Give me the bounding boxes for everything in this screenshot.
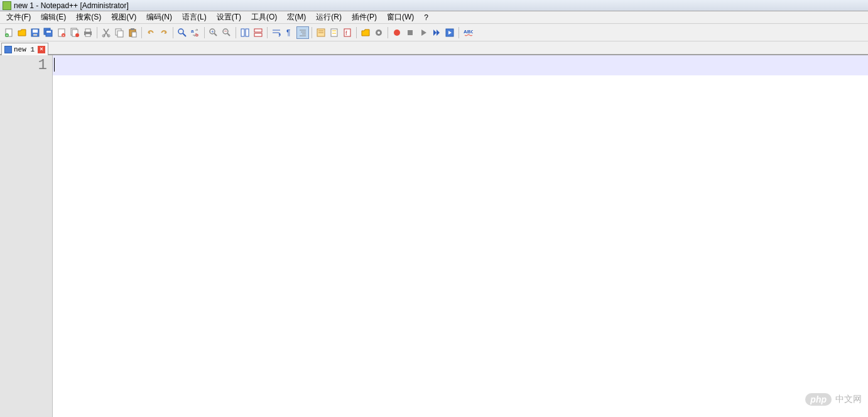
svg-rect-16 xyxy=(85,29,90,32)
menu-help[interactable]: ? xyxy=(419,12,433,23)
menu-settings[interactable]: 设置(T) xyxy=(212,11,246,24)
paste-button[interactable] xyxy=(126,26,139,39)
user-define-button[interactable] xyxy=(315,26,327,39)
cut-button[interactable] xyxy=(100,26,112,39)
svg-rect-48 xyxy=(332,30,336,31)
close-all-button[interactable] xyxy=(68,26,81,39)
toolbar-separator xyxy=(388,27,388,38)
toolbar-separator xyxy=(236,27,236,38)
svg-rect-49 xyxy=(332,33,336,34)
tab-close-button[interactable]: × xyxy=(38,46,45,53)
toolbar-separator xyxy=(267,27,268,38)
replace-button[interactable]: ab xyxy=(189,26,202,39)
menu-tools[interactable]: 工具(O) xyxy=(246,11,282,24)
text-editor[interactable] xyxy=(53,55,868,417)
svg-line-30 xyxy=(214,33,217,36)
svg-line-33 xyxy=(227,33,230,36)
app-icon xyxy=(3,1,11,10)
svg-point-14 xyxy=(75,33,79,37)
record-macro-button[interactable] xyxy=(391,26,403,39)
save-all-button[interactable] xyxy=(42,26,55,39)
sync-vertical-button[interactable] xyxy=(239,26,251,39)
sync-horizontal-button[interactable] xyxy=(252,26,264,39)
svg-text:×: × xyxy=(62,33,65,38)
menu-view[interactable]: 视图(V) xyxy=(106,11,141,24)
svg-rect-8 xyxy=(46,31,51,33)
watermark: php 中文网 xyxy=(805,393,862,406)
toolbar-separator xyxy=(458,27,459,38)
svg-rect-5 xyxy=(33,34,37,36)
toolbar: + × ab + − ¶ f ABC xyxy=(0,24,868,41)
copy-button[interactable] xyxy=(113,26,126,39)
doc-map-button[interactable] xyxy=(328,26,340,39)
tab-new-1[interactable]: new 1 × xyxy=(1,43,48,55)
fast-forward-button[interactable] xyxy=(430,26,443,39)
close-button[interactable]: × xyxy=(55,26,68,39)
indent-guide-button[interactable] xyxy=(296,26,309,39)
zoom-out-button[interactable]: − xyxy=(220,26,233,39)
watermark-badge: php xyxy=(805,393,832,406)
undo-button[interactable] xyxy=(144,26,157,39)
svg-point-53 xyxy=(377,31,380,34)
find-button[interactable] xyxy=(176,26,188,39)
editor-line[interactable] xyxy=(53,55,868,75)
svg-rect-24 xyxy=(132,32,136,37)
toolbar-separator xyxy=(173,27,173,38)
svg-rect-35 xyxy=(241,29,244,36)
open-file-button[interactable] xyxy=(16,26,28,39)
play-macro-button[interactable] xyxy=(417,26,430,39)
save-button[interactable] xyxy=(29,26,41,39)
stop-macro-button[interactable] xyxy=(404,26,416,39)
menu-edit[interactable]: 编辑(E) xyxy=(36,11,71,24)
watermark-text: 中文网 xyxy=(835,394,862,405)
file-icon xyxy=(4,46,12,53)
show-all-chars-button[interactable]: ¶ xyxy=(283,26,296,39)
svg-rect-23 xyxy=(131,28,134,30)
new-file-button[interactable]: + xyxy=(3,26,15,39)
svg-text:¶: ¶ xyxy=(286,28,290,37)
function-list-button[interactable]: f xyxy=(341,26,354,39)
toolbar-separator xyxy=(204,27,205,38)
svg-text:ABC: ABC xyxy=(464,29,473,35)
line-number: 1 xyxy=(0,57,47,73)
titlebar: new 1 - Notepad++ [Administrator] xyxy=(0,0,868,11)
window-title: new 1 - Notepad++ [Administrator] xyxy=(14,1,129,10)
menu-file[interactable]: 文件(F) xyxy=(1,11,36,24)
menu-plugins[interactable]: 插件(P) xyxy=(347,11,382,24)
svg-rect-37 xyxy=(254,29,262,32)
svg-rect-38 xyxy=(254,33,262,36)
text-cursor xyxy=(54,58,55,72)
svg-rect-21 xyxy=(117,31,123,37)
word-wrap-button[interactable] xyxy=(270,26,283,39)
save-macro-button[interactable] xyxy=(443,26,456,39)
tabbar: new 1 × xyxy=(0,41,868,55)
folder-workspace-button[interactable] xyxy=(359,26,372,39)
print-button[interactable] xyxy=(82,26,94,39)
svg-text:+: + xyxy=(211,29,214,35)
menu-encoding[interactable]: 编码(N) xyxy=(141,11,177,24)
svg-rect-17 xyxy=(85,34,90,36)
svg-text:+: + xyxy=(6,33,8,38)
menu-run[interactable]: 运行(R) xyxy=(311,11,347,24)
tab-label: new 1 xyxy=(14,46,35,53)
menu-macro[interactable]: 宏(M) xyxy=(282,11,311,24)
menu-window[interactable]: 窗口(W) xyxy=(382,11,419,24)
menubar: 文件(F) 编辑(E) 搜索(S) 视图(V) 编码(N) 语言(L) 设置(T… xyxy=(0,11,868,24)
svg-rect-55 xyxy=(408,30,413,35)
svg-rect-4 xyxy=(33,30,38,33)
menu-language[interactable]: 语言(L) xyxy=(177,11,212,24)
svg-line-26 xyxy=(183,33,186,36)
svg-point-25 xyxy=(178,29,183,34)
editor-container: 1 xyxy=(0,55,868,417)
line-number-gutter: 1 xyxy=(0,55,53,417)
toolbar-separator xyxy=(141,27,142,38)
menu-search[interactable]: 搜索(S) xyxy=(71,11,106,24)
svg-rect-36 xyxy=(246,29,249,36)
monitor-button[interactable] xyxy=(372,26,385,39)
svg-text:−: − xyxy=(224,28,227,34)
svg-text:a: a xyxy=(191,28,194,34)
redo-button[interactable] xyxy=(158,26,170,39)
spell-check-button[interactable]: ABC xyxy=(462,26,474,39)
svg-point-54 xyxy=(394,30,400,36)
zoom-in-button[interactable]: + xyxy=(207,26,220,39)
